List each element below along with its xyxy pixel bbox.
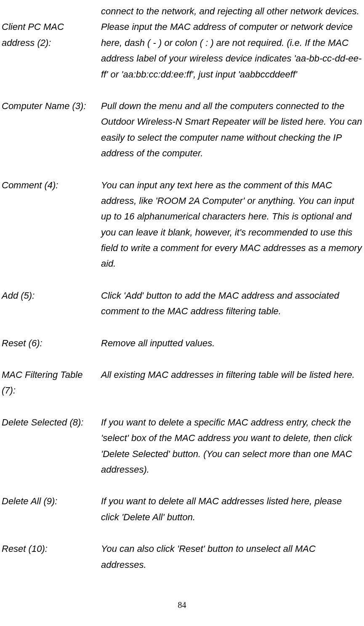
- definition-description: You can also click 'Reset' button to uns…: [101, 541, 362, 572]
- definition-entry: Delete Selected (8): If you want to dele…: [2, 415, 362, 478]
- definition-label: Computer Name (3):: [2, 98, 101, 161]
- definition-entry: Reset (10): You can also click 'Reset' b…: [2, 541, 362, 572]
- definition-label: Add (5):: [2, 288, 101, 319]
- definition-label: Reset (10):: [2, 541, 101, 572]
- definition-entry: Client PC MAC address (2): Please input …: [2, 19, 362, 82]
- definition-entry: Add (5): Click 'Add' button to add the M…: [2, 288, 362, 319]
- continuation-text: connect to the network, and rejecting al…: [101, 3, 362, 19]
- definition-label: Client PC MAC address (2):: [2, 19, 101, 82]
- page-number: 84: [2, 598, 362, 612]
- definition-description: Click 'Add' button to add the MAC addres…: [101, 288, 362, 319]
- definition-label: Delete Selected (8):: [2, 415, 101, 478]
- definition-description: You can input any text here as the comme…: [101, 177, 362, 272]
- definition-label: Comment (4):: [2, 177, 101, 272]
- definition-description: Pull down the menu and all the computers…: [101, 98, 362, 161]
- definition-entry: Comment (4): You can input any text here…: [2, 177, 362, 272]
- definition-entry: Delete All (9): If you want to delete al…: [2, 493, 362, 525]
- definition-entry: MAC Filtering Table (7): All existing MA…: [2, 367, 362, 399]
- definition-label: MAC Filtering Table (7):: [2, 367, 101, 399]
- definition-label: Delete All (9):: [2, 493, 101, 525]
- definition-description: If you want to delete a specific MAC add…: [101, 415, 362, 478]
- definition-label: Reset (6):: [2, 335, 101, 351]
- definition-entry: Reset (6): Remove all inputted values.: [2, 335, 362, 351]
- definition-entry: Computer Name (3): Pull down the menu an…: [2, 98, 362, 161]
- definition-description: Please input the MAC address of computer…: [101, 19, 362, 82]
- definition-description: Remove all inputted values.: [101, 335, 362, 351]
- definition-description: All existing MAC addresses in filtering …: [101, 367, 362, 399]
- definition-description: If you want to delete all MAC addresses …: [101, 493, 362, 525]
